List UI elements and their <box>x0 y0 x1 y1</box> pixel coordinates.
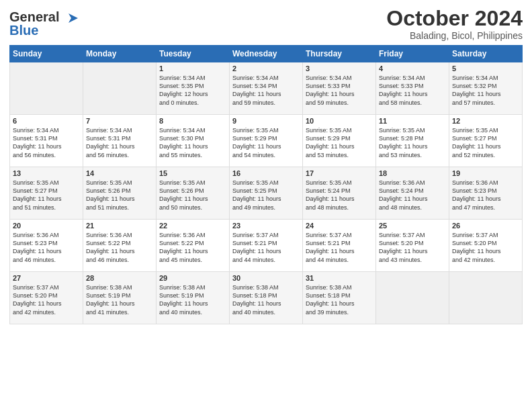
day-info: Sunrise: 5:37 AM Sunset: 5:21 PM Dayligh… <box>232 231 300 264</box>
day-info: Sunrise: 5:36 AM Sunset: 5:22 PM Dayligh… <box>159 231 226 264</box>
day-number: 9 <box>232 117 300 125</box>
day-info: Sunrise: 5:34 AM Sunset: 5:30 PM Dayligh… <box>159 126 226 159</box>
calendar-week-4: 27Sunrise: 5:37 AM Sunset: 5:20 PM Dayli… <box>10 272 523 324</box>
day-info: Sunrise: 5:34 AM Sunset: 5:33 PM Dayligh… <box>306 74 373 107</box>
day-number: 26 <box>452 222 519 230</box>
calendar-header: SundayMondayTuesdayWednesdayThursdayFrid… <box>10 46 523 62</box>
calendar-cell: 10Sunrise: 5:35 AM Sunset: 5:29 PM Dayli… <box>303 115 376 167</box>
day-info: Sunrise: 5:35 AM Sunset: 5:24 PM Dayligh… <box>306 179 373 212</box>
day-number: 2 <box>232 64 300 73</box>
calendar-cell <box>10 62 83 115</box>
day-info: Sunrise: 5:34 AM Sunset: 5:35 PM Dayligh… <box>159 74 226 107</box>
logo-icon <box>64 11 79 26</box>
calendar-cell: 25Sunrise: 5:37 AM Sunset: 5:20 PM Dayli… <box>376 220 449 272</box>
calendar-cell: 8Sunrise: 5:34 AM Sunset: 5:30 PM Daylig… <box>157 115 230 167</box>
month-title: October 2024 <box>386 7 523 30</box>
weekday-header-saturday: Saturday <box>449 46 523 62</box>
calendar-cell: 27Sunrise: 5:37 AM Sunset: 5:20 PM Dayli… <box>10 272 83 324</box>
day-number: 8 <box>159 117 226 125</box>
day-info: Sunrise: 5:38 AM Sunset: 5:18 PM Dayligh… <box>232 283 300 316</box>
calendar-cell: 18Sunrise: 5:36 AM Sunset: 5:24 PM Dayli… <box>376 167 449 220</box>
calendar-cell: 21Sunrise: 5:36 AM Sunset: 5:22 PM Dayli… <box>83 220 157 272</box>
calendar-body: 1Sunrise: 5:34 AM Sunset: 5:35 PM Daylig… <box>10 62 523 324</box>
main-container: General Blue October 2024 Balading, Bico… <box>0 0 532 331</box>
calendar-cell <box>376 272 449 324</box>
day-number: 20 <box>13 222 80 230</box>
day-number: 27 <box>13 274 80 282</box>
calendar-cell: 28Sunrise: 5:38 AM Sunset: 5:19 PM Dayli… <box>83 272 157 324</box>
calendar-cell: 5Sunrise: 5:34 AM Sunset: 5:32 PM Daylig… <box>449 62 523 115</box>
day-number: 17 <box>306 169 373 177</box>
day-number: 6 <box>13 117 80 125</box>
calendar-cell: 6Sunrise: 5:34 AM Sunset: 5:31 PM Daylig… <box>10 115 83 167</box>
calendar-cell: 15Sunrise: 5:35 AM Sunset: 5:26 PM Dayli… <box>157 167 230 220</box>
logo-text: General Blue <box>9 9 79 38</box>
day-info: Sunrise: 5:34 AM Sunset: 5:33 PM Dayligh… <box>379 74 446 107</box>
day-info: Sunrise: 5:35 AM Sunset: 5:26 PM Dayligh… <box>159 179 226 212</box>
day-number: 25 <box>379 222 446 230</box>
weekday-header-monday: Monday <box>83 46 157 62</box>
day-info: Sunrise: 5:35 AM Sunset: 5:25 PM Dayligh… <box>232 179 300 212</box>
calendar-cell: 17Sunrise: 5:35 AM Sunset: 5:24 PM Dayli… <box>303 167 376 220</box>
logo-general-span: General <box>9 9 59 24</box>
calendar-cell: 3Sunrise: 5:34 AM Sunset: 5:33 PM Daylig… <box>303 62 376 115</box>
day-number: 5 <box>452 64 519 73</box>
day-number: 7 <box>86 117 153 125</box>
day-number: 19 <box>452 169 519 177</box>
day-info: Sunrise: 5:38 AM Sunset: 5:19 PM Dayligh… <box>86 283 153 316</box>
weekday-header-friday: Friday <box>376 46 449 62</box>
day-info: Sunrise: 5:36 AM Sunset: 5:22 PM Dayligh… <box>86 231 153 264</box>
title-block: October 2024 Balading, Bicol, Philippine… <box>386 7 523 41</box>
day-info: Sunrise: 5:37 AM Sunset: 5:20 PM Dayligh… <box>13 283 80 316</box>
calendar-cell: 22Sunrise: 5:36 AM Sunset: 5:22 PM Dayli… <box>157 220 230 272</box>
day-number: 1 <box>159 64 226 73</box>
calendar-cell <box>83 62 157 115</box>
day-number: 13 <box>13 169 80 177</box>
calendar-cell: 16Sunrise: 5:35 AM Sunset: 5:25 PM Dayli… <box>230 167 303 220</box>
day-info: Sunrise: 5:36 AM Sunset: 5:23 PM Dayligh… <box>452 179 519 212</box>
calendar-week-3: 20Sunrise: 5:36 AM Sunset: 5:23 PM Dayli… <box>10 220 523 272</box>
day-info: Sunrise: 5:37 AM Sunset: 5:20 PM Dayligh… <box>452 231 519 264</box>
calendar-week-2: 13Sunrise: 5:35 AM Sunset: 5:27 PM Dayli… <box>10 167 523 220</box>
day-number: 16 <box>232 169 300 177</box>
day-number: 15 <box>159 169 226 177</box>
calendar-cell: 23Sunrise: 5:37 AM Sunset: 5:21 PM Dayli… <box>230 220 303 272</box>
day-info: Sunrise: 5:38 AM Sunset: 5:18 PM Dayligh… <box>306 283 373 316</box>
subtitle: Balading, Bicol, Philippines <box>386 30 523 41</box>
logo: General Blue <box>9 9 79 38</box>
day-number: 23 <box>232 222 300 230</box>
calendar-cell <box>449 272 523 324</box>
day-info: Sunrise: 5:38 AM Sunset: 5:19 PM Dayligh… <box>159 283 226 316</box>
day-info: Sunrise: 5:37 AM Sunset: 5:21 PM Dayligh… <box>306 231 373 264</box>
svg-marker-0 <box>69 13 78 23</box>
calendar-cell: 30Sunrise: 5:38 AM Sunset: 5:18 PM Dayli… <box>230 272 303 324</box>
day-info: Sunrise: 5:35 AM Sunset: 5:29 PM Dayligh… <box>232 126 300 159</box>
day-info: Sunrise: 5:34 AM Sunset: 5:34 PM Dayligh… <box>232 74 300 107</box>
day-number: 28 <box>86 274 153 282</box>
day-info: Sunrise: 5:37 AM Sunset: 5:20 PM Dayligh… <box>379 231 446 264</box>
day-number: 12 <box>452 117 519 125</box>
weekday-header-wednesday: Wednesday <box>230 46 303 62</box>
calendar-cell: 1Sunrise: 5:34 AM Sunset: 5:35 PM Daylig… <box>157 62 230 115</box>
day-number: 14 <box>86 169 153 177</box>
calendar-cell: 19Sunrise: 5:36 AM Sunset: 5:23 PM Dayli… <box>449 167 523 220</box>
day-number: 22 <box>159 222 226 230</box>
calendar-cell: 14Sunrise: 5:35 AM Sunset: 5:26 PM Dayli… <box>83 167 157 220</box>
calendar-cell: 9Sunrise: 5:35 AM Sunset: 5:29 PM Daylig… <box>230 115 303 167</box>
day-info: Sunrise: 5:35 AM Sunset: 5:28 PM Dayligh… <box>379 126 446 159</box>
header: General Blue October 2024 Balading, Bico… <box>9 7 523 41</box>
calendar-cell: 29Sunrise: 5:38 AM Sunset: 5:19 PM Dayli… <box>157 272 230 324</box>
day-info: Sunrise: 5:35 AM Sunset: 5:29 PM Dayligh… <box>306 126 373 159</box>
day-number: 24 <box>306 222 373 230</box>
weekday-header-thursday: Thursday <box>303 46 376 62</box>
weekday-header-tuesday: Tuesday <box>157 46 230 62</box>
calendar-cell: 31Sunrise: 5:38 AM Sunset: 5:18 PM Dayli… <box>303 272 376 324</box>
weekday-header-sunday: Sunday <box>10 46 83 62</box>
day-number: 3 <box>306 64 373 73</box>
day-info: Sunrise: 5:35 AM Sunset: 5:26 PM Dayligh… <box>86 179 153 212</box>
day-info: Sunrise: 5:35 AM Sunset: 5:27 PM Dayligh… <box>452 126 519 159</box>
day-info: Sunrise: 5:34 AM Sunset: 5:31 PM Dayligh… <box>86 126 153 159</box>
day-number: 4 <box>379 64 446 73</box>
day-number: 29 <box>159 274 226 282</box>
calendar-week-1: 6Sunrise: 5:34 AM Sunset: 5:31 PM Daylig… <box>10 115 523 167</box>
